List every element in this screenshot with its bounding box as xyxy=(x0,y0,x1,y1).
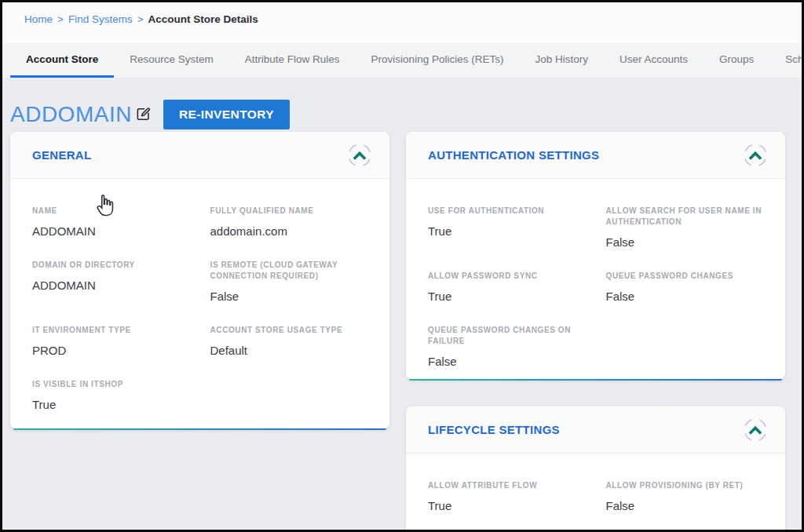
field-label: ALLOW ATTRIBUTE FLOW xyxy=(428,480,586,491)
field-use-for-authentication: USE FOR AUTHENTICATION True xyxy=(428,206,586,250)
field-label: IS REMOTE (CLOUD GATEWAY CONNECTION REQU… xyxy=(210,260,368,282)
authentication-card-header: AUTHENTICATION SETTINGS xyxy=(406,132,785,179)
breadcrumb: Home > Find Systems > Account Store Deta… xyxy=(2,2,802,43)
field-value: PROD xyxy=(32,343,190,359)
field-label: QUEUE PASSWORD CHANGES ON FAILURE xyxy=(428,325,586,347)
page-title: ADDOMAIN xyxy=(10,102,132,127)
authentication-card-title: AUTHENTICATION SETTINGS xyxy=(428,148,599,162)
tab-job-history[interactable]: Job History xyxy=(519,43,604,78)
collapse-icon[interactable] xyxy=(740,414,771,446)
lifecycle-card-header: LIFECYCLE SETTINGS xyxy=(406,406,785,454)
field-is-visible-in-itshop: IS VISIBLE IN ITSHOP True xyxy=(32,379,190,413)
field-label: NAME xyxy=(32,206,190,217)
breadcrumb-link-home[interactable]: Home xyxy=(24,13,53,25)
field-name: NAME ADDOMAIN xyxy=(32,206,190,239)
field-fully-qualified-name: FULLY QUALIFIED NAME addomain.com xyxy=(210,206,368,239)
breadcrumb-link-find-systems[interactable]: Find Systems xyxy=(68,13,133,25)
field-value: ADDOMAIN xyxy=(32,224,190,239)
field-label: USE FOR AUTHENTICATION xyxy=(428,206,586,217)
field-account-store-usage-type: ACCOUNT STORE USAGE TYPE Default xyxy=(210,325,368,359)
title-row: ADDOMAIN RE-INVENTORY xyxy=(10,99,290,130)
field-value: True xyxy=(428,498,586,514)
tab-user-accounts[interactable]: User Accounts xyxy=(604,43,704,78)
field-label: IT ENVIRONMENT TYPE xyxy=(32,325,190,336)
field-value: True xyxy=(428,224,586,239)
tab-provisioning-policies[interactable]: Provisioning Policies (RETs) xyxy=(356,43,520,78)
field-domain-or-directory: DOMAIN OR DIRECTORY ADDOMAIN xyxy=(32,260,190,304)
field-value: False xyxy=(606,498,764,514)
field-queue-password-changes: QUEUE PASSWORD CHANGES False xyxy=(606,271,764,304)
edit-icon[interactable] xyxy=(135,106,152,123)
field-label: ALLOW PROVISIONING (BY RET) xyxy=(606,480,764,491)
breadcrumb-separator: > xyxy=(57,13,64,25)
tab-attribute-flow-rules[interactable]: Attribute Flow Rules xyxy=(229,43,356,78)
field-value: False xyxy=(210,289,368,304)
field-value: False xyxy=(428,354,586,370)
field-value: ADDOMAIN xyxy=(32,278,190,293)
field-allow-attribute-flow: ALLOW ATTRIBUTE FLOW True xyxy=(428,480,586,514)
field-value: True xyxy=(428,289,586,304)
field-value: addomain.com xyxy=(210,224,368,239)
field-queue-password-changes-on-failure: QUEUE PASSWORD CHANGES ON FAILURE False xyxy=(428,325,586,370)
field-value: False xyxy=(606,235,764,250)
lifecycle-settings-card: LIFECYCLE SETTINGS ALLOW ATTRIBUTE FLOW … xyxy=(406,406,785,532)
authentication-settings-card: AUTHENTICATION SETTINGS USE FOR AUTHENTI… xyxy=(406,132,785,381)
tab-schema[interactable]: Schema xyxy=(769,43,804,78)
field-is-remote: IS REMOTE (CLOUD GATEWAY CONNECTION REQU… xyxy=(210,260,368,304)
tab-groups[interactable]: Groups xyxy=(704,43,769,78)
field-label: IS VISIBLE IN ITSHOP xyxy=(32,379,190,390)
authentication-card-body: USE FOR AUTHENTICATION True ALLOW SEARCH… xyxy=(406,179,785,390)
field-allow-provisioning-by-ret: ALLOW PROVISIONING (BY RET) False xyxy=(606,480,764,514)
breadcrumb-separator: > xyxy=(137,13,144,25)
re-inventory-button[interactable]: RE-INVENTORY xyxy=(163,100,290,129)
collapse-icon[interactable] xyxy=(740,140,771,171)
general-card-title: GENERAL xyxy=(32,148,91,162)
general-card: GENERAL NAME ADDOMAIN FULLY QUALIFIED NA… xyxy=(10,132,389,430)
field-label: DOMAIN OR DIRECTORY xyxy=(32,260,190,271)
lifecycle-card-body: ALLOW ATTRIBUTE FLOW True ALLOW PROVISIO… xyxy=(406,454,785,532)
field-label: FULLY QUALIFIED NAME xyxy=(210,206,368,217)
field-allow-password-sync: ALLOW PASSWORD SYNC True xyxy=(428,271,586,304)
field-label: ALLOW SEARCH FOR USER NAME IN AUTHENTICA… xyxy=(606,206,764,228)
tab-bar: Account Store Resource System Attribute … xyxy=(2,43,802,78)
field-allow-search-for-user-name: ALLOW SEARCH FOR USER NAME IN AUTHENTICA… xyxy=(606,206,764,250)
field-label: ACCOUNT STORE USAGE TYPE xyxy=(210,325,368,336)
lifecycle-card-title: LIFECYCLE SETTINGS xyxy=(428,423,560,436)
main-content: ADDOMAIN RE-INVENTORY GENERAL xyxy=(2,78,802,532)
field-label: QUEUE PASSWORD CHANGES xyxy=(606,271,764,282)
field-value: Default xyxy=(210,343,368,359)
field-it-environment-type: IT ENVIRONMENT TYPE PROD xyxy=(32,325,190,359)
tab-account-store[interactable]: Account Store xyxy=(10,43,114,78)
app-window: Home > Find Systems > Account Store Deta… xyxy=(0,0,804,532)
general-card-body: NAME ADDOMAIN FULLY QUALIFIED NAME addom… xyxy=(10,179,389,433)
field-label: ALLOW PASSWORD SYNC xyxy=(428,271,586,282)
general-card-header: GENERAL xyxy=(10,132,389,179)
field-value: False xyxy=(606,289,764,304)
collapse-icon[interactable] xyxy=(344,140,375,171)
field-value: True xyxy=(32,397,190,413)
tab-resource-system[interactable]: Resource System xyxy=(114,43,229,78)
breadcrumb-current-page: Account Store Details xyxy=(148,13,258,25)
